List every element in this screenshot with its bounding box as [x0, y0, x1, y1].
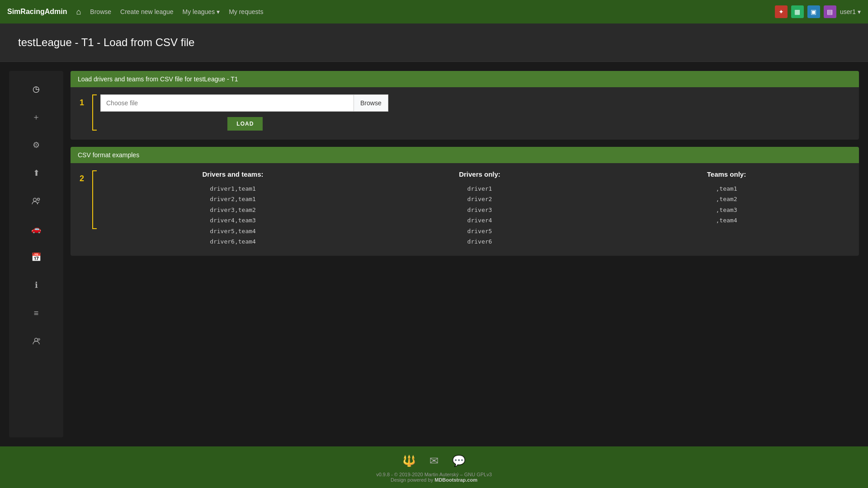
footer-icons: 🔱 ✉ 💬	[402, 455, 466, 467]
csv-row-item: driver5,team4	[210, 226, 256, 236]
sidebar-icon-car[interactable]: 🚗	[27, 220, 45, 238]
drivers-only-col: Drivers only: driver1 driver2 driver3 dr…	[356, 170, 603, 247]
csv-row-item: driver5	[467, 226, 492, 236]
page-title: testLeague - T1 - Load from CSV file	[18, 36, 850, 49]
create-league-link[interactable]: Create new league	[120, 8, 174, 15]
step1-marker: 1	[80, 94, 97, 131]
csv-row-item: driver6,team4	[210, 236, 256, 247]
sidebar-icon-calendar[interactable]: 📅	[27, 248, 45, 266]
csv-row-item: ,team1	[716, 183, 737, 194]
csv-row-item: driver1,team1	[210, 183, 256, 194]
footer: 🔱 ✉ 💬 v0.9.8 - © 2019-2020 Martin Auters…	[0, 446, 868, 488]
step2-number: 2	[80, 174, 89, 183]
sidebar: ◷ ＋ ⚙ ⬆ 🚗 📅 ℹ ≡	[9, 71, 63, 437]
nav-icon-blue[interactable]: ▣	[807, 5, 820, 18]
nav-icon-red[interactable]: ✦	[775, 5, 788, 18]
sidebar-icon-drivers[interactable]	[27, 192, 45, 210]
csv-content-row: 2 Drivers and teams: driver1,team1 drive…	[71, 163, 859, 256]
home-icon[interactable]: ⌂	[76, 7, 81, 17]
teams-only-col: Teams only: ,team1 ,team2 ,team3 ,team4	[603, 170, 850, 247]
user-menu[interactable]: user1 ▾	[840, 8, 861, 15]
csv-card: CSV format examples 2 Drivers and teams:	[71, 147, 859, 256]
csv-row-item: driver6	[467, 236, 492, 247]
upload-card: Load drivers and teams from CSV file for…	[71, 71, 859, 140]
csv-card-header: CSV format examples	[71, 147, 859, 163]
step1-number: 1	[80, 98, 89, 108]
csv-row-item: driver2	[467, 194, 492, 204]
drivers-teams-col: Drivers and teams: driver1,team1 driver2…	[109, 170, 356, 247]
svg-point-0	[33, 198, 37, 202]
csv-row-item: driver1	[467, 183, 492, 194]
sidebar-icon-members[interactable]	[27, 332, 45, 350]
teams-only-header: Teams only:	[707, 170, 746, 178]
discord-icon[interactable]: 💬	[452, 455, 466, 467]
csv-row-item: ,team3	[716, 205, 737, 215]
nav-icon-green[interactable]: ▦	[791, 5, 804, 18]
csv-row-item: driver2,team1	[210, 194, 256, 204]
drivers-teams-header: Drivers and teams:	[202, 170, 263, 178]
browse-button[interactable]: Browse	[354, 94, 388, 112]
drivers-only-rows: driver1 driver2 driver3 driver4 driver5 …	[467, 183, 492, 247]
csv-row-item: ,team4	[716, 215, 737, 225]
csv-row-item: driver4	[467, 215, 492, 225]
navbar-right: ✦ ▦ ▣ ▤ user1 ▾	[775, 5, 861, 18]
csv-row-item: driver3	[467, 205, 492, 215]
navbar: SimRacingAdmin ⌂ Browse Create new leagu…	[0, 0, 868, 23]
sidebar-icon-results[interactable]: ≡	[27, 304, 45, 322]
upload-step-row: 1 Browse LOAD	[71, 87, 859, 140]
file-input-group: Browse	[100, 94, 388, 112]
main-panel: Load drivers and teams from CSV file for…	[71, 71, 859, 437]
gitlab-icon[interactable]: 🔱	[402, 455, 416, 467]
footer-design: Design powered by MDBootstrap.com	[376, 477, 492, 483]
my-requests-link[interactable]: My requests	[229, 8, 263, 15]
svg-point-1	[38, 198, 40, 201]
dropdown-chevron-icon: ▾	[217, 8, 220, 15]
navbar-left: SimRacingAdmin ⌂ Browse Create new leagu…	[7, 7, 263, 17]
csv-row-item: driver3,team2	[210, 205, 256, 215]
upload-controls: Browse LOAD	[100, 94, 388, 131]
upload-card-header: Load drivers and teams from CSV file for…	[71, 71, 859, 87]
mdbootstrap-link[interactable]: MDBootstrap.com	[434, 477, 477, 483]
svg-point-3	[38, 338, 40, 340]
sidebar-icon-upload[interactable]: ⬆	[27, 164, 45, 182]
sidebar-icon-add[interactable]: ＋	[27, 108, 45, 126]
user-chevron-icon: ▾	[858, 8, 861, 15]
page-header: testLeague - T1 - Load from CSV file	[0, 23, 868, 62]
csv-row-item: ,team2	[716, 194, 737, 204]
drivers-only-header: Drivers only:	[459, 170, 500, 178]
csv-row-item: driver4,team3	[210, 215, 256, 225]
drivers-teams-rows: driver1,team1 driver2,team1 driver3,team…	[210, 183, 256, 247]
brand-link[interactable]: SimRacingAdmin	[7, 8, 67, 16]
load-button[interactable]: LOAD	[227, 117, 263, 131]
sidebar-icon-history[interactable]: ◷	[27, 80, 45, 98]
sidebar-icon-info[interactable]: ℹ	[27, 276, 45, 294]
email-icon[interactable]: ✉	[429, 455, 439, 467]
teams-only-rows: ,team1 ,team2 ,team3 ,team4	[716, 183, 737, 226]
footer-version: v0.9.8 - © 2019-2020 Martin Auterský – G…	[376, 472, 492, 483]
sidebar-icon-settings[interactable]: ⚙	[27, 136, 45, 154]
step2-marker: 2	[80, 170, 97, 229]
browse-link[interactable]: Browse	[90, 8, 111, 15]
file-input[interactable]	[100, 94, 354, 112]
nav-icon-purple[interactable]: ▤	[824, 5, 836, 18]
csv-examples-grid: Drivers and teams: driver1,team1 driver2…	[100, 170, 850, 247]
content-area: ◷ ＋ ⚙ ⬆ 🚗 📅 ℹ ≡ Load drivers and	[0, 62, 868, 446]
my-leagues-dropdown[interactable]: My leagues ▾	[183, 8, 220, 15]
